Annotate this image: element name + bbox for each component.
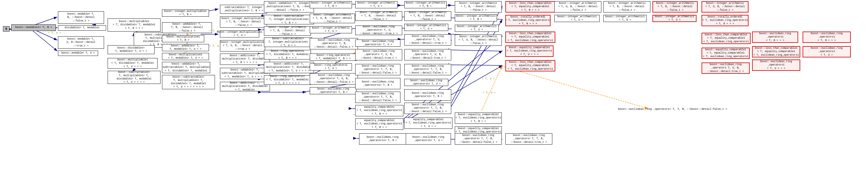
node-boost-integer-arithmetic-T-U-B-detail-right: boost::integer_arithmetic< T, U, B, ::bo… [554,1,601,12]
node-boost-integer-arithmetic1-T-B-far-right: boost::integer_arithmetic1< T, B > [603,15,647,22]
node-boost-integer-multiplicative-T-B-detail-false: boost::integer_multiplicative< T, B, ::b… [220,16,267,28]
node-boost-addable1-T-subtractable1-T-multipliable-T-modable-T-U: boost::addable1< T,subtractable1< T, mul… [220,68,270,79]
node-operators1-label: boost::euclidean_ring _operators< T, T, … [648,105,697,114]
node-boost-integer-arithmetic-T-U-B-false-2: boost::integer_arithmetic< T, U, B, ::bo… [455,34,502,46]
node-boost-integer-multipliable1-T-B: boost::integer_multipliable1< T, B > [162,9,209,17]
node-boost-integer-arithmetic-T-U-B-false-far-right: boost::integer_arithmetic< T, U, B, ::bo… [702,1,748,12]
node-boost-euclidean-ring-T-T-B-true-bottom: boost::euclidean_ring_operators< T, T, B… [505,133,552,144]
node-subtractable1-T-integer-multiplicative1-T-B: subtractable1< T, integer_multiplicative… [220,5,267,14]
node-B: B [3,26,9,31]
svg-line-50 [452,65,502,65]
node-boost-euclidean-ring-operators1-T-U-2: boost::euclidean_ring_operators1< T, U > [404,79,448,86]
node-boost-totally-ordered1-T-euclidean-ring-operators1-T-B: boost::totally_ordered1< T, euclidean_ri… [505,15,551,26]
node-boost-less-than-comparable1-far-right-lower: boost::less_than_comparable1< T, equalit… [702,33,751,44]
node-boost-addable1-T-T-B-detail-false: boost::addable1< T,T, B, ::boost::detail… [162,22,212,33]
node-boost-multipliable1-T-dividable1-T-modable1-T-U: boost::multipliable1< T, dividable1< T, … [107,58,158,69]
node-boost-equality-comparable1-T-euclidean-ring-operators1-T-U: boost::equality_comparable1< T, euclidea… [505,46,554,57]
node-equality-comparable1-T-euclidean-ring-operators1-T-B: equality_comparable1< T, euclidean_ring_… [355,105,403,116]
node-boost-euclidean-ring-operators1-T-B-2: boost::euclidean_ring_operators1< T, B > [355,78,400,89]
node-boost-addable1-T-T-integer-multiplicative1-T-B: boost::addable1< T, integer_multiplicati… [264,1,314,12]
node-boost-equality-comparable1-T-euclidean-ring-operators1-T-B: boost::equality_comparable1< T, euclidea… [455,112,502,124]
node-boost-euclidean-ring-T-T-B-false-right: boost::euclidean_ring_operators< T, T, B… [404,103,451,114]
node-boost-euclidean-ring-operators-T-U-B-false: boost::euclidean_ring_operators< T, U, B… [310,73,358,84]
node-boost-modable-detail-false: boost::modable< T,B, ::boost::detail::fa… [58,11,104,24]
node-boost-modable-T-U-detail-true: boost::modable< T,U, B::boost::detail::t… [58,36,104,49]
svg-line-21 [447,19,502,113]
node-boost-less-than-comparable1-T-equality-comparable1-far-right: boost::less_than_comparable1< T, equalit… [752,46,800,57]
node-boost-euclidean-ring-T-T-B-false-bottom: boost::euclidean_ring_operators< T, T, B… [455,133,502,144]
node-boost-euclidean-ring-T-B-false-2: boost::euclidean_ring_operators< T, T, B… [404,64,451,75]
node-boost-euclidean-ring-operators1-T-U-far-right-4: boost::euclidean_ring_operators1< T, U > [803,46,851,57]
node-boost-addable1-T-modable1-T-U: boost::addable1< T,T, modable1< T, U > > [162,44,209,51]
node-boost-euclidean-ring-operators1-T-U-bottom: boost::euclidean_ring_operators1< T, U > [406,133,451,144]
node-boost-integer-arithmetic-T-B-false-3: boost::integer_arithmetic< T, B, ::boost… [455,1,502,12]
node-T-U-label-7: < T, U > [481,91,497,95]
node-boost-integer-arithmetic-T-U-B-false: boost::integer_arithmetic< T, U, B, ::bo… [310,14,355,23]
node-boost-less-than-comparable1-T-equality-comparable1-T-euclidean-ring-operators1: boost::less_than_comparable1< T, equalit… [505,31,555,43]
node-boost-subtractable1-T-integer-multiplicative1-T-U: boost::subtractable1<T, integer_multipli… [264,37,312,47]
node-boost-ring-operators1-T-U: boost::ring_operators1< T, U > [310,63,352,71]
node-boost-euclidean-ring-T-U-true: boost::euclidean_ring_operators< T, U,::… [355,26,402,35]
node-boost-subtractable1-T-multipliable-T-dividable-T-modable-T-U: boost::subtractable1<T, multipliable1< T… [107,71,160,84]
diagram-container: B boost::modable1< T, B > < T, U > boost… [0,0,868,191]
node-T-U-label-6: < T, U > [480,77,496,81]
node-boost-euclidean-ring-T-U-true-2: boost::euclidean_ring_operators< T, U,::… [404,34,451,46]
node-boost-euclidean-ring-operators1-T-U: boost::euclidean_ring_operators1< T, U > [355,39,400,47]
node-boost-integer-arithmetic1-T-U-B: boost::integer_arithmetic1< T, U > [554,15,599,22]
node-boost-ring-operators1-T-dividable1-T-modable1-B: boost::ring_operators1< T, dividable1< T… [264,50,311,59]
node-boost-integer-arithmetic1-T-B-2: boost::integer_arithmetic1< T, B > [455,14,497,21]
node-boost-ring-operators1-T-dividable1-T-modable1-T-U: boost::ring_operators1<< T, dividable1< … [264,75,311,85]
node-boost-integer-arithmetic-T-B-detail-far-right: boost::integer_arithmetic< T, B, ::boost… [603,1,650,12]
node-boost-integer-arithmetic-T-B-detail-false: boost::integer_arithmetic< T, B, ::boost… [264,26,311,36]
node-boost-integer-arithmetic-T-B-false-2: boost::integer_arithmetic< T, B, ::boost… [404,11,451,21]
node-boost-multiplicative1-T-B: boost::multiplicative1< T, B > [162,35,204,42]
node-boost-integer-arithmetic-T-U-right: boost::integer_arithmetic< T, U > [355,1,397,8]
node-equality-comparable1-T-euclidean-ring-operators1-T-B-2: equality_comparable1< T, euclidean_ring_… [355,118,403,130]
node-boost-euclidean-ring-operators1-T-B-right: boost::euclidean_ring_operators1< T, B > [404,89,451,101]
node-dividable1-T-modable1: dividable1< T, modable1 [58,25,106,31]
node-boost-integer-arithmetic1-T-B: boost::integer_arithmetic1< T, B > [404,1,446,8]
node-boost-addable1-T-subtractable1-2: boost::addable1< T,subtractable1< T, mul… [162,62,210,73]
node-boost-integer-multiplicative1-T-U: boost::integer_multiplicative1< T, U > [220,30,259,37]
svg-line-26 [499,65,648,109]
node-T-U-label-5: < T, U > [326,59,342,64]
node-boost-modable-T-U: boost::modable< T, U > [58,51,98,56]
node-boost-integer-multiplicative-T-U-detail-true: boost::integer_multiplicative< T, U, B, … [220,40,265,52]
node-boost-euclidean-ring-T-U-B-true-far-right: boost::euclidean_ring_operators T, U, B,… [702,62,750,74]
node-boost-euclidean-ring-operators1-T-U-far-right: boost::euclidean_ring_operators1< T, B >… [752,31,798,43]
svg-line-49 [452,50,502,51]
node-boost-less-than-comparable1-2: boost::less_than_comparable1< T, equalit… [505,60,555,72]
node-boost-euclidean-ring-operators1-T-B: boost::euclidean_ring_operators1< T, B > [310,87,357,94]
node-boost-modable1-T-B: boost::modable1< T, B > [11,24,56,31]
node-boost-euclidean-ring-T-T-B-false-lower: boost::euclidean_ring_operators< T, T, B… [355,92,400,103]
node-boost-dividable1-T-modable1-T-U: boost::dividable1<T, modable1< T, U > > [107,45,155,54]
svg-line-55 [482,65,502,111]
node-boost-euclidean-ring-operators1-T-U-far-right-3: boost::euclidean_ring_operators1< T, U >… [752,59,800,71]
node-boost-subtractable-T-integer-multiplicative1-T-B: boost::subtractable<T, integer_multiplic… [264,15,314,24]
node-boost-integer-arithmetic-T-B-detail-false-right: boost::integer_arithmetic< T, B, ::boost… [355,11,402,21]
node-boost-multiplicative1-T-modable1-T-U: boost::multiplicative1< T, modable1< T, … [162,53,209,60]
node-boost-euclidean-ring-T-U-B-true-2: boost::euclidean_ring_operators T, U, B,… [404,49,451,60]
node-boost-euclidean-ring-operators-T-B-false: boost::euclidean_ring_operators< T, B,::… [310,38,358,49]
node-boost-multipliable1-T-dividable1-B: boost::multipliable1< T, dividable1< T, … [107,19,160,31]
node-boost-totally-ordered1-far-right: boost::totally_ordered1< T, euclidean_ri… [702,15,748,26]
node-boost-euclidean-ring-T-T-B-false: boost::euclidean_ring_operators< T, T, B… [355,64,400,75]
node-boost-equality-comparable1-far-right: boost::equality_comparable1< T, equality… [702,48,750,59]
node-T-U-label-1: < T, U > [47,31,62,36]
node-boost-subtractable1-inner: boost::subtractable1<T, multipliable1< T… [162,75,215,89]
node-boost-euclidean-ring-T-U-B-true: boost::euclidean_ring_operators T, U, B,… [355,49,402,60]
node-boost-additive1-T-multiplicative1-T-dividable-B: boost::additive1< T,multiplicative1< T, … [220,54,270,65]
node-boost-integer-arithmetic-T-B: boost::integer_arithmetic1< T, B > [310,1,352,8]
node-boost-integer-arithmetic-T-U-far-right: boost::integer_arithmetic< T, B, ::boost… [652,1,698,12]
node-boost-integer-arithmetic1-T-U-far-right: boost::integer_arithmetic1< T, U > [652,15,696,22]
node-boost-integer-arithmetic-T-U: boost::integer_arithmetic< T, U > [310,26,352,33]
node-boost-integer-arithmetic1-T-U: boost::integer_arithmetic1< T, U > [404,24,448,31]
node-boost-euclidean-ring-T-U-B-detail-true-far-right: boost::euclidean_ring_operators1< T, B >… [803,31,851,43]
node-boost-additive1-T-multiplicative1-T-dividable-T-modable-T-U: boost::additive1< T,multiplicative1< T, … [264,62,314,73]
node-boost-integer-arithmetic1-T-U-2: boost::integer_arithmetic1< T, U > [455,25,499,32]
node-boost-euclidean-ring-operators1-T-B-bottom: boost::euclidean_ring_operators1< T, B > [359,133,406,144]
node-boost-additive1-T-multiplicative1-T-dividable-T-modable: boost::additive1< T,multiplicative1< T, … [220,82,270,91]
node-equality-comparable1-T-euclidean-ring-operators1-T-U: equality_comparable1< T, euclidean_ring_… [404,117,453,129]
node-boost-less-than-comparable1-T-equality-comparable1-T-B: boost::less_than_comparable1< T, equalit… [505,1,555,12]
